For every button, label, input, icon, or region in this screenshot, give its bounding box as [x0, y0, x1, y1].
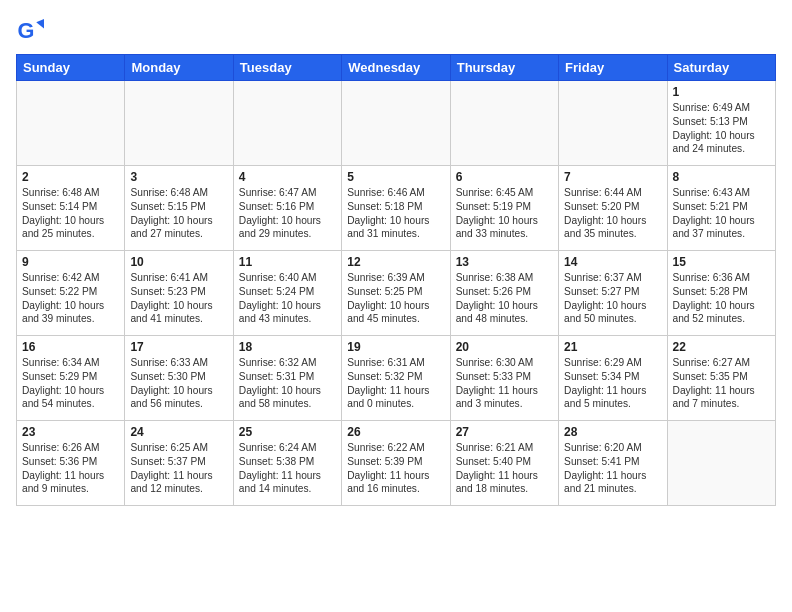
day-number: 20 [456, 340, 553, 354]
day-info: Sunrise: 6:48 AM Sunset: 5:14 PM Dayligh… [22, 186, 119, 241]
calendar-cell: 9Sunrise: 6:42 AM Sunset: 5:22 PM Daylig… [17, 251, 125, 336]
calendar-cell: 20Sunrise: 6:30 AM Sunset: 5:33 PM Dayli… [450, 336, 558, 421]
calendar-week-2: 2Sunrise: 6:48 AM Sunset: 5:14 PM Daylig… [17, 166, 776, 251]
logo: G [16, 16, 48, 44]
weekday-header-tuesday: Tuesday [233, 55, 341, 81]
day-info: Sunrise: 6:34 AM Sunset: 5:29 PM Dayligh… [22, 356, 119, 411]
svg-marker-1 [36, 19, 44, 28]
calendar-cell: 18Sunrise: 6:32 AM Sunset: 5:31 PM Dayli… [233, 336, 341, 421]
calendar-cell: 27Sunrise: 6:21 AM Sunset: 5:40 PM Dayli… [450, 421, 558, 506]
day-info: Sunrise: 6:43 AM Sunset: 5:21 PM Dayligh… [673, 186, 770, 241]
calendar-cell: 16Sunrise: 6:34 AM Sunset: 5:29 PM Dayli… [17, 336, 125, 421]
day-info: Sunrise: 6:22 AM Sunset: 5:39 PM Dayligh… [347, 441, 444, 496]
calendar-cell [17, 81, 125, 166]
calendar-cell: 19Sunrise: 6:31 AM Sunset: 5:32 PM Dayli… [342, 336, 450, 421]
day-number: 2 [22, 170, 119, 184]
page-header: G [16, 16, 776, 44]
day-number: 25 [239, 425, 336, 439]
day-info: Sunrise: 6:32 AM Sunset: 5:31 PM Dayligh… [239, 356, 336, 411]
calendar-cell [450, 81, 558, 166]
weekday-header-sunday: Sunday [17, 55, 125, 81]
day-number: 13 [456, 255, 553, 269]
calendar-cell: 13Sunrise: 6:38 AM Sunset: 5:26 PM Dayli… [450, 251, 558, 336]
day-number: 11 [239, 255, 336, 269]
day-info: Sunrise: 6:39 AM Sunset: 5:25 PM Dayligh… [347, 271, 444, 326]
day-number: 17 [130, 340, 227, 354]
weekday-header-thursday: Thursday [450, 55, 558, 81]
calendar-table: SundayMondayTuesdayWednesdayThursdayFrid… [16, 54, 776, 506]
day-number: 28 [564, 425, 661, 439]
day-info: Sunrise: 6:30 AM Sunset: 5:33 PM Dayligh… [456, 356, 553, 411]
weekday-header-row: SundayMondayTuesdayWednesdayThursdayFrid… [17, 55, 776, 81]
calendar-week-4: 16Sunrise: 6:34 AM Sunset: 5:29 PM Dayli… [17, 336, 776, 421]
day-info: Sunrise: 6:40 AM Sunset: 5:24 PM Dayligh… [239, 271, 336, 326]
day-number: 27 [456, 425, 553, 439]
day-info: Sunrise: 6:42 AM Sunset: 5:22 PM Dayligh… [22, 271, 119, 326]
day-number: 4 [239, 170, 336, 184]
calendar-cell: 1Sunrise: 6:49 AM Sunset: 5:13 PM Daylig… [667, 81, 775, 166]
calendar-cell: 8Sunrise: 6:43 AM Sunset: 5:21 PM Daylig… [667, 166, 775, 251]
day-info: Sunrise: 6:46 AM Sunset: 5:18 PM Dayligh… [347, 186, 444, 241]
calendar-cell: 10Sunrise: 6:41 AM Sunset: 5:23 PM Dayli… [125, 251, 233, 336]
day-number: 19 [347, 340, 444, 354]
day-number: 12 [347, 255, 444, 269]
day-number: 10 [130, 255, 227, 269]
calendar-cell: 28Sunrise: 6:20 AM Sunset: 5:41 PM Dayli… [559, 421, 667, 506]
weekday-header-wednesday: Wednesday [342, 55, 450, 81]
day-info: Sunrise: 6:31 AM Sunset: 5:32 PM Dayligh… [347, 356, 444, 411]
calendar-cell: 21Sunrise: 6:29 AM Sunset: 5:34 PM Dayli… [559, 336, 667, 421]
calendar-cell: 26Sunrise: 6:22 AM Sunset: 5:39 PM Dayli… [342, 421, 450, 506]
day-info: Sunrise: 6:29 AM Sunset: 5:34 PM Dayligh… [564, 356, 661, 411]
logo-icon: G [16, 16, 44, 44]
calendar-week-5: 23Sunrise: 6:26 AM Sunset: 5:36 PM Dayli… [17, 421, 776, 506]
calendar-cell: 14Sunrise: 6:37 AM Sunset: 5:27 PM Dayli… [559, 251, 667, 336]
calendar-cell: 17Sunrise: 6:33 AM Sunset: 5:30 PM Dayli… [125, 336, 233, 421]
calendar-week-3: 9Sunrise: 6:42 AM Sunset: 5:22 PM Daylig… [17, 251, 776, 336]
day-info: Sunrise: 6:26 AM Sunset: 5:36 PM Dayligh… [22, 441, 119, 496]
day-number: 5 [347, 170, 444, 184]
day-info: Sunrise: 6:44 AM Sunset: 5:20 PM Dayligh… [564, 186, 661, 241]
day-info: Sunrise: 6:20 AM Sunset: 5:41 PM Dayligh… [564, 441, 661, 496]
day-info: Sunrise: 6:33 AM Sunset: 5:30 PM Dayligh… [130, 356, 227, 411]
calendar-cell: 6Sunrise: 6:45 AM Sunset: 5:19 PM Daylig… [450, 166, 558, 251]
calendar-cell: 15Sunrise: 6:36 AM Sunset: 5:28 PM Dayli… [667, 251, 775, 336]
day-info: Sunrise: 6:21 AM Sunset: 5:40 PM Dayligh… [456, 441, 553, 496]
day-info: Sunrise: 6:41 AM Sunset: 5:23 PM Dayligh… [130, 271, 227, 326]
calendar-cell: 2Sunrise: 6:48 AM Sunset: 5:14 PM Daylig… [17, 166, 125, 251]
day-number: 24 [130, 425, 227, 439]
day-info: Sunrise: 6:37 AM Sunset: 5:27 PM Dayligh… [564, 271, 661, 326]
day-info: Sunrise: 6:47 AM Sunset: 5:16 PM Dayligh… [239, 186, 336, 241]
day-number: 21 [564, 340, 661, 354]
day-info: Sunrise: 6:27 AM Sunset: 5:35 PM Dayligh… [673, 356, 770, 411]
calendar-cell: 5Sunrise: 6:46 AM Sunset: 5:18 PM Daylig… [342, 166, 450, 251]
calendar-cell: 22Sunrise: 6:27 AM Sunset: 5:35 PM Dayli… [667, 336, 775, 421]
calendar-cell: 25Sunrise: 6:24 AM Sunset: 5:38 PM Dayli… [233, 421, 341, 506]
weekday-header-monday: Monday [125, 55, 233, 81]
day-number: 16 [22, 340, 119, 354]
calendar-cell: 12Sunrise: 6:39 AM Sunset: 5:25 PM Dayli… [342, 251, 450, 336]
calendar-cell: 24Sunrise: 6:25 AM Sunset: 5:37 PM Dayli… [125, 421, 233, 506]
day-number: 18 [239, 340, 336, 354]
svg-text:G: G [18, 18, 35, 43]
day-number: 26 [347, 425, 444, 439]
day-number: 7 [564, 170, 661, 184]
day-number: 6 [456, 170, 553, 184]
calendar-cell: 23Sunrise: 6:26 AM Sunset: 5:36 PM Dayli… [17, 421, 125, 506]
day-number: 3 [130, 170, 227, 184]
day-number: 8 [673, 170, 770, 184]
day-info: Sunrise: 6:49 AM Sunset: 5:13 PM Dayligh… [673, 101, 770, 156]
day-info: Sunrise: 6:24 AM Sunset: 5:38 PM Dayligh… [239, 441, 336, 496]
calendar-week-1: 1Sunrise: 6:49 AM Sunset: 5:13 PM Daylig… [17, 81, 776, 166]
calendar-cell [667, 421, 775, 506]
day-number: 14 [564, 255, 661, 269]
calendar-cell: 11Sunrise: 6:40 AM Sunset: 5:24 PM Dayli… [233, 251, 341, 336]
day-number: 9 [22, 255, 119, 269]
calendar-cell [233, 81, 341, 166]
calendar-cell [559, 81, 667, 166]
day-info: Sunrise: 6:45 AM Sunset: 5:19 PM Dayligh… [456, 186, 553, 241]
calendar-cell: 7Sunrise: 6:44 AM Sunset: 5:20 PM Daylig… [559, 166, 667, 251]
weekday-header-friday: Friday [559, 55, 667, 81]
day-info: Sunrise: 6:36 AM Sunset: 5:28 PM Dayligh… [673, 271, 770, 326]
day-info: Sunrise: 6:38 AM Sunset: 5:26 PM Dayligh… [456, 271, 553, 326]
day-number: 22 [673, 340, 770, 354]
